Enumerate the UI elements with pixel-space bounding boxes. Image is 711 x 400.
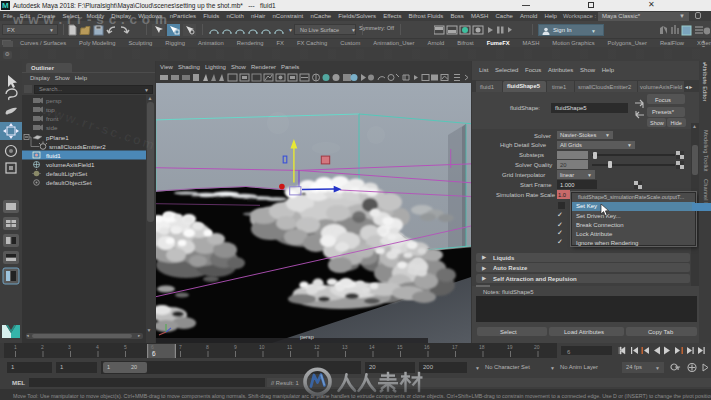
svg-text:11: 11 — [287, 344, 292, 350]
svg-text:15: 15 — [397, 344, 403, 350]
svg-text:9: 9 — [234, 344, 237, 350]
svg-text:defaultObjectSet: defaultObjectSet — [46, 179, 92, 186]
svg-text:8: 8 — [206, 344, 209, 350]
svg-text:volumeAxisField1: volumeAxisField1 — [46, 161, 95, 168]
svg-text:smallCloudsEmitter2: smallCloudsEmitter2 — [49, 143, 106, 150]
svg-text:persp: persp — [300, 334, 314, 340]
svg-text:1: 1 — [14, 344, 17, 350]
svg-text:5: 5 — [124, 344, 127, 350]
svg-text:pPlane1: pPlane1 — [46, 134, 69, 141]
svg-text:17: 17 — [452, 344, 458, 350]
svg-text:12: 12 — [314, 344, 320, 350]
svg-text:4: 4 — [96, 344, 99, 350]
svg-text:defaultLightSet: defaultLightSet — [46, 170, 88, 177]
svg-text:side: side — [46, 124, 58, 131]
svg-text:20: 20 — [534, 344, 540, 350]
svg-text:14: 14 — [369, 344, 375, 350]
svg-text:6: 6 — [152, 350, 156, 357]
svg-text:13: 13 — [342, 344, 348, 350]
svg-text:3: 3 — [68, 344, 71, 350]
svg-text:19: 19 — [507, 344, 513, 350]
svg-text:16: 16 — [424, 344, 430, 350]
svg-text:fluid1: fluid1 — [46, 152, 61, 159]
svg-text:7: 7 — [179, 344, 182, 350]
svg-text:18: 18 — [479, 344, 485, 350]
svg-text:10: 10 — [259, 344, 265, 350]
svg-text:2: 2 — [41, 344, 44, 350]
